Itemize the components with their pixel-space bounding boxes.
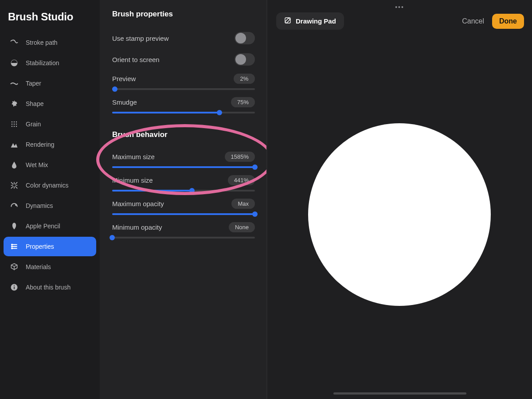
slider-value-badge: Max bbox=[231, 199, 255, 209]
slider-row-preview: Preview 2% bbox=[112, 70, 255, 94]
slider-value-badge: 2% bbox=[234, 74, 255, 84]
edit-icon bbox=[284, 17, 291, 25]
wet-mix-icon bbox=[10, 160, 19, 169]
svg-point-8 bbox=[14, 126, 15, 127]
slider-label: Minimum opacity bbox=[112, 223, 162, 231]
top-bar: Drawing Pad Cancel Done bbox=[267, 12, 532, 30]
svg-point-9 bbox=[16, 126, 17, 127]
slider-row-smudge: Smudge 75% bbox=[112, 94, 255, 117]
apple-pencil-icon bbox=[10, 222, 19, 231]
slider-minimum-size[interactable] bbox=[112, 190, 255, 192]
sidebar-item-stabilization[interactable]: Stabilization bbox=[4, 53, 96, 73]
done-button[interactable]: Done bbox=[492, 14, 524, 29]
sidebar: Brush Studio Stroke path Stabilization T… bbox=[0, 0, 100, 399]
top-actions: Cancel Done bbox=[462, 14, 524, 29]
toggle-use-stamp-preview[interactable] bbox=[235, 32, 255, 44]
svg-point-6 bbox=[16, 124, 17, 125]
color-dynamics-icon bbox=[10, 181, 19, 190]
slider-value-badge: 441% bbox=[228, 175, 255, 185]
sidebar-item-wet-mix[interactable]: Wet Mix bbox=[4, 155, 96, 175]
sidebar-item-label: About this brush bbox=[26, 284, 70, 291]
svg-point-15 bbox=[12, 246, 12, 247]
slider-row-maximum-size: Maximum size 1585% bbox=[112, 148, 255, 172]
sidebar-item-label: Stroke path bbox=[26, 39, 58, 46]
toggle-label: Use stamp preview bbox=[112, 35, 169, 42]
canvas-area: ••• Drawing Pad Cancel Done bbox=[267, 0, 532, 399]
toggle-orient-to-screen[interactable] bbox=[235, 53, 255, 66]
sidebar-item-label: Shape bbox=[26, 100, 43, 107]
svg-point-14 bbox=[12, 244, 12, 245]
sidebar-item-label: Apple Pencil bbox=[26, 223, 60, 230]
toggle-label: Orient to screen bbox=[112, 56, 160, 63]
svg-point-5 bbox=[14, 124, 15, 125]
sidebar-item-label: Taper bbox=[26, 80, 41, 87]
sidebar-item-taper[interactable]: Taper bbox=[4, 74, 96, 93]
overflow-dots-icon[interactable]: ••• bbox=[395, 4, 404, 11]
stroke-path-icon bbox=[10, 38, 19, 47]
section-title-brush-properties: Brush properties bbox=[112, 10, 255, 19]
svg-point-1 bbox=[12, 121, 13, 123]
home-indicator bbox=[333, 392, 466, 395]
slider-maximum-opacity[interactable] bbox=[112, 213, 255, 215]
sidebar-item-stroke-path[interactable]: Stroke path bbox=[4, 33, 96, 52]
sidebar-item-about[interactable]: About this brush bbox=[4, 278, 96, 297]
svg-rect-19 bbox=[14, 285, 15, 286]
svg-point-10 bbox=[16, 204, 16, 205]
svg-point-7 bbox=[12, 126, 13, 127]
slider-label: Smudge bbox=[112, 98, 137, 106]
slider-row-maximum-opacity: Maximum opacity Max bbox=[112, 195, 255, 219]
slider-minimum-opacity[interactable] bbox=[112, 237, 255, 239]
shape-icon bbox=[10, 99, 19, 108]
toggle-row-use-stamp-preview: Use stamp preview bbox=[112, 27, 255, 49]
sidebar-item-label: Materials bbox=[26, 263, 51, 270]
cancel-button[interactable]: Cancel bbox=[462, 17, 484, 25]
sidebar-item-dynamics[interactable]: Dynamics bbox=[4, 196, 96, 215]
drawing-pad-button[interactable]: Drawing Pad bbox=[276, 12, 344, 30]
app-root: Brush Studio Stroke path Stabilization T… bbox=[0, 0, 532, 399]
settings-panel: Brush properties Use stamp preview Orien… bbox=[100, 0, 267, 399]
slider-label: Minimum size bbox=[112, 176, 153, 184]
slider-label: Preview bbox=[112, 75, 136, 82]
section-title-brush-behavior: Brush behavior bbox=[112, 130, 255, 139]
sidebar-item-label: Grain bbox=[26, 121, 41, 128]
slider-value-badge: 75% bbox=[231, 97, 255, 107]
properties-icon bbox=[10, 242, 19, 251]
svg-point-3 bbox=[16, 121, 17, 123]
slider-value-badge: 1585% bbox=[225, 152, 255, 162]
taper-icon bbox=[10, 79, 19, 88]
sidebar-item-label: Color dynamics bbox=[26, 182, 68, 189]
svg-point-16 bbox=[12, 248, 12, 249]
sidebar-item-rendering[interactable]: Rendering bbox=[4, 135, 96, 154]
sidebar-item-properties[interactable]: Properties bbox=[4, 237, 96, 256]
drawing-pad-label: Drawing Pad bbox=[296, 17, 336, 25]
sidebar-item-shape[interactable]: Shape bbox=[4, 94, 96, 113]
grain-icon bbox=[10, 120, 19, 129]
slider-label: Maximum opacity bbox=[112, 200, 164, 207]
toggle-row-orient-to-screen: Orient to screen bbox=[112, 49, 255, 70]
slider-row-minimum-size: Minimum size 441% bbox=[112, 172, 255, 195]
slider-preview[interactable] bbox=[112, 88, 255, 90]
sidebar-item-label: Wet Mix bbox=[26, 161, 48, 168]
sidebar-item-color-dynamics[interactable]: Color dynamics bbox=[4, 176, 96, 195]
svg-point-4 bbox=[12, 124, 13, 125]
sidebar-item-label: Properties bbox=[26, 243, 54, 250]
sidebar-item-label: Stabilization bbox=[26, 59, 59, 66]
materials-icon bbox=[10, 262, 19, 271]
slider-maximum-size[interactable] bbox=[112, 166, 255, 168]
slider-row-minimum-opacity: Minimum opacity None bbox=[112, 219, 255, 242]
brush-preview bbox=[308, 123, 491, 306]
slider-label: Maximum size bbox=[112, 153, 155, 160]
sidebar-item-materials[interactable]: Materials bbox=[4, 257, 96, 277]
about-icon bbox=[10, 283, 19, 292]
dynamics-icon bbox=[10, 201, 19, 210]
slider-value-badge: None bbox=[229, 222, 255, 232]
rendering-icon bbox=[10, 140, 19, 149]
svg-point-2 bbox=[14, 121, 15, 123]
svg-rect-18 bbox=[14, 286, 15, 289]
sidebar-item-label: Rendering bbox=[26, 141, 55, 148]
sidebar-item-apple-pencil[interactable]: Apple Pencil bbox=[4, 216, 96, 236]
sidebar-item-grain[interactable]: Grain bbox=[4, 114, 96, 134]
slider-smudge[interactable] bbox=[112, 112, 255, 113]
app-title: Brush Studio bbox=[4, 6, 96, 33]
stabilization-icon bbox=[10, 59, 19, 67]
